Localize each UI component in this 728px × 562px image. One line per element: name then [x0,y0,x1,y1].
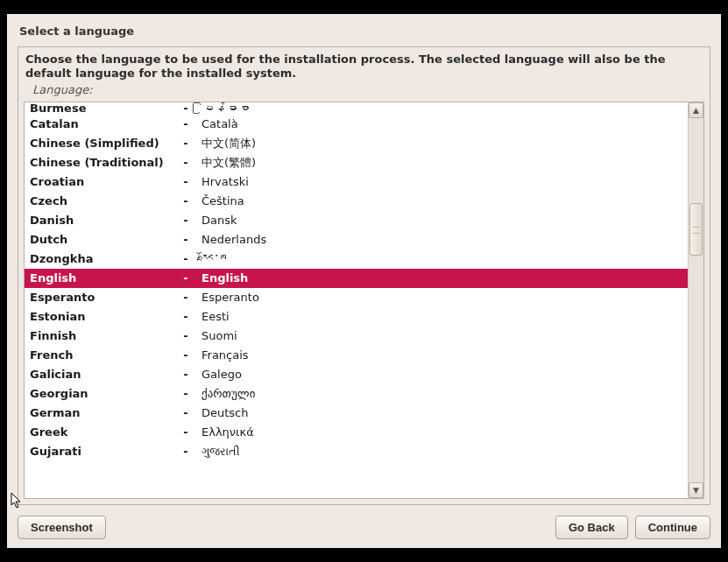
separator: - [170,102,201,115]
language-native-name: Dansk [201,214,237,227]
separator: - [170,137,201,150]
separator: - [170,233,201,246]
language-english-name: Czech [30,194,170,207]
language-row[interactable]: Burmese-မြန်မာစာ [25,102,688,115]
separator: - [170,406,201,419]
language-label: Language: [18,83,710,100]
scroll-up-button[interactable]: ▲ [689,102,703,118]
language-native-name: Ελληνικά [201,425,254,439]
language-english-name: Dutch [30,233,170,246]
footer: Screenshot Go Back Continue [7,512,721,548]
separator: - [170,271,201,285]
separator: - [170,329,201,342]
language-row[interactable]: Georgian-ქართული [25,384,688,404]
language-native-name: English [201,271,248,285]
language-list[interactable]: Burmese-မြန်မာစာCatalan-CatalàChinese (S… [25,102,688,499]
screenshot-button[interactable]: Screenshot [18,516,106,539]
installer-window: Select a language Choose the language to… [7,14,721,548]
separator: - [170,194,201,207]
language-english-name: Chinese (Traditional) [30,156,170,169]
language-english-name: Gujarati [30,445,170,458]
language-english-name: Finnish [30,329,170,342]
language-english-name: Estonian [30,310,170,323]
language-native-name: རྫོང་ཁ [201,252,226,265]
language-row[interactable]: Chinese (Traditional)-中文(繁體) [25,153,688,172]
language-native-name: Čeština [201,194,244,207]
language-native-name: ગુજરાતી [201,445,240,459]
language-native-name: Hrvatski [201,175,249,188]
language-native-name: Català [201,117,238,130]
separator: - [170,156,201,169]
instructions-text: Choose the language to be used for the i… [18,47,710,83]
language-row[interactable]: Czech-Čeština [25,192,688,211]
language-english-name: Burmese [30,102,170,115]
language-english-name: Esperanto [30,291,170,304]
language-row[interactable]: Catalan-Català [25,115,688,134]
language-row[interactable]: Greek-Ελληνικά [25,423,688,442]
language-native-name: 中文(繁體) [201,155,256,171]
separator: - [170,310,201,323]
language-row[interactable]: French-Français [25,346,688,365]
page-title: Select a language [7,21,721,46]
go-back-button[interactable]: Go Back [555,516,628,539]
language-row[interactable]: German-Deutsch [25,404,688,423]
language-english-name: Georgian [30,387,170,400]
language-row[interactable]: Chinese (Simplified)-中文(简体) [25,134,688,153]
language-list-container: Burmese-မြန်မာစာCatalan-CatalàChinese (S… [24,102,704,500]
language-row[interactable]: Dzongkha-རྫོང་ཁ [25,249,688,269]
language-row[interactable]: Galician-Galego [25,365,688,384]
separator: - [170,445,201,458]
scroll-thumb[interactable] [689,203,703,256]
language-native-name: Deutsch [201,406,249,419]
language-english-name: Chinese (Simplified) [30,137,170,150]
language-row[interactable]: Gujarati-ગુજરાતી [25,442,688,461]
separator: - [170,368,201,381]
language-row[interactable]: Esperanto-Esperanto [25,288,688,307]
scroll-down-button[interactable]: ▼ [689,482,703,498]
scrollbar[interactable]: ▲ ▼ [688,102,703,499]
language-native-name: Galego [201,368,242,381]
separator: - [170,175,201,188]
language-native-name: Nederlands [201,233,266,246]
separator: - [170,252,201,265]
separator: - [170,117,201,130]
continue-button[interactable]: Continue [635,516,710,539]
language-native-name: Esperanto [201,291,259,304]
separator: - [170,425,201,439]
language-english-name: German [30,406,170,419]
separator: - [170,348,201,362]
language-native-name: ქართული [201,387,255,400]
language-native-name: 中文(简体) [201,136,256,151]
language-english-name: Croatian [30,175,170,188]
language-english-name: Danish [30,214,170,227]
language-native-name: Eesti [201,310,230,323]
language-native-name: မြန်မာစာ [201,102,250,115]
language-english-name: English [30,271,170,285]
language-row[interactable]: Estonian-Eesti [25,307,688,327]
language-row[interactable]: English-English [25,269,688,288]
language-english-name: Galician [30,368,170,381]
content-frame: Choose the language to be used for the i… [18,46,710,505]
language-row[interactable]: Danish-Dansk [25,211,688,230]
language-english-name: Greek [30,425,170,439]
language-row[interactable]: Finnish-Suomi [25,327,688,346]
separator: - [170,387,201,400]
language-english-name: Catalan [30,117,170,130]
language-english-name: French [30,348,170,362]
language-native-name: Français [201,348,249,362]
language-english-name: Dzongkha [30,252,170,265]
separator: - [170,214,201,227]
language-row[interactable]: Dutch-Nederlands [25,230,688,249]
language-native-name: Suomi [201,329,237,342]
language-row[interactable]: Croatian-Hrvatski [25,172,688,192]
separator: - [170,291,201,304]
